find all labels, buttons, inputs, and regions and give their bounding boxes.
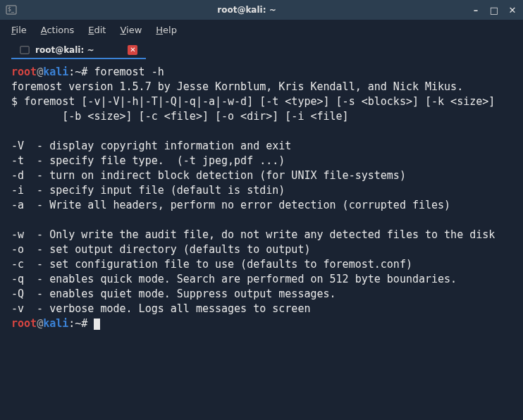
output-line: -d - turn on indirect block detection (f… bbox=[11, 169, 406, 182]
output-line: -a - Write all headers, perform no error… bbox=[11, 199, 450, 211]
close-button[interactable]: ✕ bbox=[507, 5, 517, 16]
tab-active[interactable]: root@kali: ~ ✕ bbox=[11, 42, 146, 59]
minimize-button[interactable]: – bbox=[471, 5, 481, 16]
output-line: -w - Only write the audit file, do not w… bbox=[11, 228, 495, 241]
output-line: [-b <size>] [-c <file>] [-o <dir>] [-i <… bbox=[11, 110, 349, 123]
app-icon: $_ bbox=[6, 4, 17, 16]
terminal-icon bbox=[20, 45, 30, 55]
output-line: -q - enables quick mode. Search are perf… bbox=[11, 273, 457, 285]
output-line: -o - set output directory (defaults to o… bbox=[11, 243, 310, 256]
maximize-button[interactable]: □ bbox=[489, 5, 499, 16]
svg-text:$_: $_ bbox=[8, 6, 15, 13]
prompt-hash: # bbox=[81, 66, 87, 78]
prompt-colon: : bbox=[68, 66, 75, 78]
cursor bbox=[94, 319, 100, 330]
prompt-user: root bbox=[11, 317, 37, 330]
titlebar: $_ root@kali: ~ – □ ✕ bbox=[0, 0, 523, 20]
output-line: -V - display copyright information and e… bbox=[11, 140, 291, 152]
command-text: foremost -h bbox=[94, 66, 164, 78]
terminal-window: $_ root@kali: ~ – □ ✕ File Actions Edit … bbox=[0, 0, 523, 420]
tabbar: root@kali: ~ ✕ bbox=[0, 39, 523, 59]
menu-view[interactable]: View bbox=[120, 25, 142, 35]
tab-close-button[interactable]: ✕ bbox=[128, 45, 137, 55]
prompt-hash: # bbox=[81, 317, 87, 330]
menu-help[interactable]: Help bbox=[156, 25, 177, 35]
prompt-host: kali bbox=[43, 66, 68, 78]
menubar: File Actions Edit View Help bbox=[0, 20, 523, 39]
svg-rect-2 bbox=[20, 47, 29, 54]
prompt-colon: : bbox=[68, 317, 75, 330]
prompt-path: ~ bbox=[75, 66, 81, 78]
prompt-at: @ bbox=[37, 66, 43, 78]
window-controls: – □ ✕ bbox=[471, 5, 517, 16]
output-line: -Q - enables quiet mode. Suppress output… bbox=[11, 288, 336, 300]
menu-file[interactable]: File bbox=[11, 25, 27, 35]
prompt-path: ~ bbox=[75, 317, 81, 330]
window-title: root@kali: ~ bbox=[23, 5, 471, 15]
menu-edit[interactable]: Edit bbox=[88, 25, 106, 35]
tab-label: root@kali: ~ bbox=[35, 45, 94, 55]
output-line: -c - set configuration file to use (defa… bbox=[11, 258, 412, 271]
prompt-host: kali bbox=[43, 317, 68, 330]
terminal-content[interactable]: root@kali:~# foremost -h foremost versio… bbox=[0, 59, 523, 420]
output-line: -t - specify file type. (-t jpeg,pdf ...… bbox=[11, 154, 285, 167]
output-line: -v - verbose mode. Logs all messages to … bbox=[11, 302, 310, 315]
prompt-at: @ bbox=[37, 317, 43, 330]
menu-actions[interactable]: Actions bbox=[41, 25, 75, 35]
prompt-user: root bbox=[11, 66, 37, 78]
output-line: foremost version 1.5.7 by Jesse Kornblum… bbox=[11, 80, 463, 93]
output-line: $ foremost [-v|-V|-h|-T|-Q|-q|-a|-w-d] [… bbox=[11, 95, 495, 108]
output-line: -i - specify input file (default is stdi… bbox=[11, 184, 285, 197]
